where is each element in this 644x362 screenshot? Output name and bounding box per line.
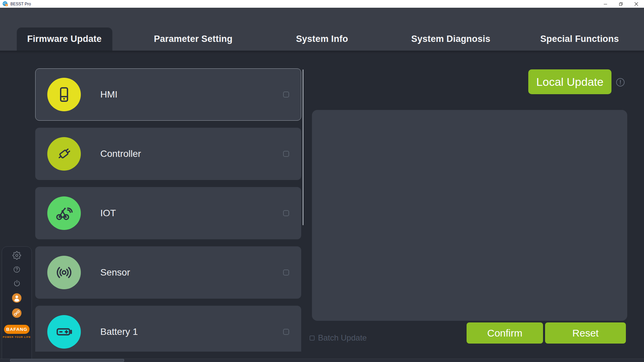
device-checkbox[interactable] xyxy=(283,92,289,98)
batch-update-row: Batch Update xyxy=(310,333,367,343)
close-icon[interactable] xyxy=(629,0,644,8)
device-name: Battery 1 xyxy=(100,326,138,337)
link-icon[interactable] xyxy=(12,308,21,318)
device-name: Sensor xyxy=(100,267,130,278)
device-card-controller[interactable]: Controller xyxy=(35,128,301,180)
confirm-button[interactable]: Confirm xyxy=(467,322,543,344)
device-name: HMI xyxy=(100,89,117,100)
device-card-sensor[interactable]: Sensor xyxy=(35,246,301,299)
app-title: BESST Pro xyxy=(10,2,31,6)
titlebar: BESST Pro xyxy=(0,0,644,8)
minimize-icon[interactable] xyxy=(598,0,613,8)
device-card-battery-1[interactable]: Battery 1 xyxy=(35,306,301,352)
horizontal-scrollbar-thumb[interactable] xyxy=(10,359,124,362)
device-checkbox[interactable] xyxy=(283,329,289,335)
tab-firmware-update[interactable]: Firmware Update xyxy=(0,8,129,51)
sidebar: BAFANG POWER YOUR LIFE xyxy=(2,246,32,362)
batch-update-label: Batch Update xyxy=(318,333,367,343)
tab-label: System Info xyxy=(296,34,348,44)
power-icon[interactable] xyxy=(13,279,21,288)
device-list: HMI Controller IOT Sensor Battery 1 xyxy=(35,68,301,352)
settings-icon[interactable] xyxy=(12,251,21,260)
hmi-icon xyxy=(47,78,81,111)
controller-icon xyxy=(47,137,81,171)
app-logo-icon xyxy=(2,1,8,7)
device-checkbox[interactable] xyxy=(283,210,289,216)
tab-label: System Diagnosis xyxy=(411,34,490,44)
device-card-hmi[interactable]: HMI xyxy=(35,68,301,121)
iot-icon xyxy=(47,196,81,230)
bafang-logo: BAFANG xyxy=(4,325,30,334)
firmware-info-panel xyxy=(312,110,627,321)
batch-update-checkbox[interactable] xyxy=(310,336,315,341)
user-icon[interactable] xyxy=(12,293,21,303)
tab-row: Firmware UpdateParameter SettingSystem I… xyxy=(0,8,644,51)
reset-button[interactable]: Reset xyxy=(545,322,626,344)
device-name: IOT xyxy=(100,208,116,219)
info-icon[interactable] xyxy=(616,78,625,87)
tab-parameter-setting[interactable]: Parameter Setting xyxy=(129,8,258,51)
tab-special-functions[interactable]: Special Functions xyxy=(515,8,644,51)
local-update-button[interactable]: Local Update xyxy=(528,69,611,94)
tab-label: Special Functions xyxy=(540,34,619,44)
device-checkbox[interactable] xyxy=(283,151,289,157)
tab-label: Firmware Update xyxy=(27,34,102,44)
main-content: HMI Controller IOT Sensor Battery 1 Loca… xyxy=(0,51,644,362)
tab-system-info[interactable]: System Info xyxy=(258,8,386,51)
restore-icon[interactable] xyxy=(613,0,629,8)
tab-bar: Firmware UpdateParameter SettingSystem I… xyxy=(0,8,644,51)
bafang-tagline: POWER YOUR LIFE xyxy=(3,336,31,338)
help-icon[interactable] xyxy=(13,265,21,274)
tabbar-shadow xyxy=(0,51,644,54)
device-card-iot[interactable]: IOT xyxy=(35,187,301,239)
sensor-icon xyxy=(47,256,81,289)
device-name: Controller xyxy=(100,148,141,159)
tab-system-diagnosis[interactable]: System Diagnosis xyxy=(386,8,515,51)
battery-icon xyxy=(47,315,81,349)
tab-label: Parameter Setting xyxy=(154,34,232,44)
device-checkbox[interactable] xyxy=(283,269,289,276)
horizontal-scrollbar-track xyxy=(0,359,644,362)
device-list-scrollbar[interactable] xyxy=(303,69,304,225)
window-controls xyxy=(598,0,644,8)
